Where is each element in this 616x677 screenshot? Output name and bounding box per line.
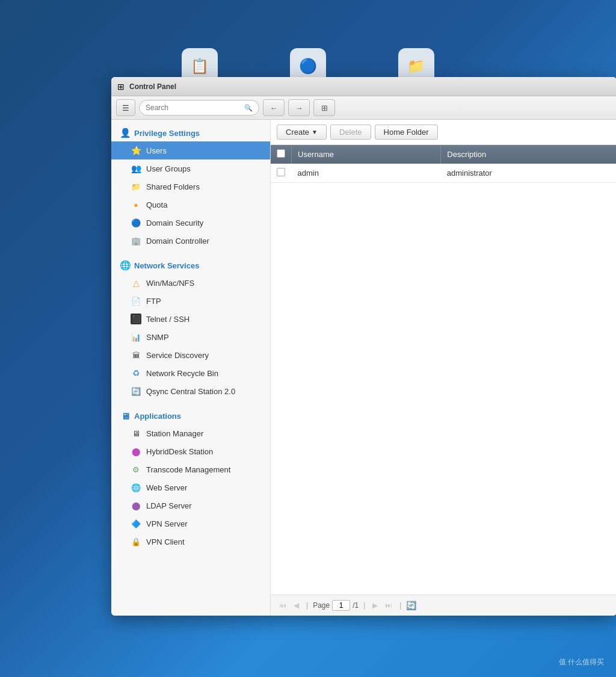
back-button[interactable]: ← <box>263 99 285 116</box>
shared-folders-icon: 📁 <box>131 181 141 192</box>
title-bar: ⊞ Control Panel <box>111 77 616 96</box>
control-panel-window: ⊞ Control Panel ☰ 🔍 ← → ⊞ 👤 Privilege Se… <box>111 77 616 616</box>
home-folder-label: Home Folder <box>384 128 429 137</box>
web-server-label: Web Server <box>146 483 262 492</box>
applications-header[interactable]: 🖥 Applications <box>111 407 270 424</box>
telnet-ssh-label: Telnet / SSH <box>146 315 262 324</box>
home-folder-button[interactable]: Home Folder <box>375 125 438 140</box>
next-page-button[interactable]: ▶ <box>370 600 380 611</box>
description-column-header: Description <box>441 145 616 164</box>
username-cell: admin <box>292 164 441 183</box>
first-page-button[interactable]: ⏮ <box>277 600 289 611</box>
sidebar-item-user-groups[interactable]: 👥 User Groups <box>111 159 270 178</box>
sidebar-item-snmp[interactable]: 📊 SNMP <box>111 328 270 346</box>
sidebar-item-quota[interactable]: ● Quota <box>111 196 270 214</box>
user-groups-icon: 👥 <box>131 163 141 174</box>
domain-controller-icon: 🏢 <box>131 235 141 246</box>
domain-security-label: Domain Security <box>146 218 262 227</box>
sidebar-item-users[interactable]: ⭐ Users <box>111 141 270 159</box>
station-manager-label: Station Manager <box>146 429 262 438</box>
ldap-server-label: LDAP Server <box>146 501 262 510</box>
network-recycle-bin-icon: ♻ <box>131 368 141 379</box>
search-icon: 🔍 <box>244 104 253 112</box>
sidebar-item-ftp[interactable]: 📄 FTP <box>111 292 270 310</box>
window-title: Control Panel <box>129 82 176 91</box>
sidebar-item-domain-security[interactable]: 🔵 Domain Security <box>111 214 270 232</box>
sidebar: 👤 Privilege Settings ⭐ Users 👥 User Grou… <box>111 120 271 616</box>
toolbar: ☰ 🔍 ← → ⊞ <box>111 96 616 120</box>
watermark: 值 什么值得买 <box>559 657 604 667</box>
sidebar-item-win-mac-nfs[interactable]: △ Win/Mac/NFS <box>111 274 270 292</box>
search-input[interactable] <box>146 104 241 112</box>
refresh-button[interactable]: 🔄 <box>406 601 416 610</box>
action-bar: Create ▼ Delete Home Folder <box>271 120 616 145</box>
users-table: Username Description admin administrator <box>271 145 616 183</box>
sidebar-item-shared-folders[interactable]: 📁 Shared Folders <box>111 178 270 196</box>
service-discovery-label: Service Discovery <box>146 351 262 360</box>
qsync-label: Qsync Central Station 2.0 <box>146 387 262 396</box>
sidebar-item-hybriddesk[interactable]: ⬤ HybridDesk Station <box>111 442 270 460</box>
sidebar-item-transcode[interactable]: ⚙ Transcode Management <box>111 460 270 478</box>
web-server-icon: 🌐 <box>131 482 141 493</box>
network-services-label: Network Services <box>134 261 199 270</box>
select-all-checkbox[interactable] <box>277 149 285 158</box>
page-number-input[interactable] <box>332 600 350 611</box>
sidebar-item-qsync[interactable]: 🔄 Qsync Central Station 2.0 <box>111 382 270 400</box>
delete-button[interactable]: Delete <box>330 125 371 140</box>
applications-icon: 🖥 <box>120 410 131 421</box>
win-mac-nfs-icon: △ <box>131 277 141 288</box>
ftp-label: FTP <box>146 297 262 306</box>
station-manager-icon: 🖥 <box>131 428 141 439</box>
hybriddesk-label: HybridDesk Station <box>146 447 262 456</box>
sidebar-item-vpn-client[interactable]: 🔒 VPN Client <box>111 533 270 551</box>
domain-controller-label: Domain Controller <box>146 236 262 246</box>
forward-button[interactable]: → <box>288 99 310 116</box>
prev-page-button[interactable]: ◀ <box>291 600 301 611</box>
page-separator-2: | <box>363 601 365 610</box>
privilege-settings-section: 👤 Privilege Settings ⭐ Users 👥 User Grou… <box>111 120 270 252</box>
last-page-button[interactable]: ⏭ <box>383 600 395 611</box>
ftp-icon: 📄 <box>131 295 141 306</box>
row-checkbox[interactable] <box>277 168 285 176</box>
sidebar-item-network-recycle-bin[interactable]: ♻ Network Recycle Bin <box>111 364 270 382</box>
shared-folders-label: Shared Folders <box>146 182 262 191</box>
sidebar-item-telnet-ssh[interactable]: ⬛ Telnet / SSH <box>111 310 270 328</box>
privilege-settings-label: Privilege Settings <box>134 129 200 138</box>
content-area: 👤 Privilege Settings ⭐ Users 👥 User Grou… <box>111 120 616 616</box>
vpn-client-label: VPN Client <box>146 537 262 546</box>
service-discovery-icon: 🏛 <box>131 350 141 360</box>
description-cell: administrator <box>441 164 616 183</box>
select-all-checkbox-header[interactable] <box>271 145 292 164</box>
quota-icon: ● <box>131 199 141 210</box>
sidebar-item-ldap-server[interactable]: ⬤ LDAP Server <box>111 496 270 515</box>
qsync-icon: 🔄 <box>131 386 141 397</box>
create-dropdown-arrow: ▼ <box>312 129 318 135</box>
applications-section: 🖥 Applications 🖥 Station Manager ⬤ Hybri… <box>111 403 270 553</box>
create-label: Create <box>286 128 309 137</box>
snmp-label: SNMP <box>146 333 262 342</box>
sidebar-item-vpn-server[interactable]: 🔷 VPN Server <box>111 515 270 533</box>
grid-view-button[interactable]: ⊞ <box>313 99 335 116</box>
table-row[interactable]: admin administrator <box>271 164 616 183</box>
search-container: 🔍 <box>139 100 259 116</box>
telnet-ssh-icon: ⬛ <box>131 314 141 324</box>
pagination-bar: ⏮ ◀ | Page /1 | ▶ ⏭ | 🔄 <box>271 595 616 616</box>
transcode-label: Transcode Management <box>146 465 262 474</box>
sidebar-item-service-discovery[interactable]: 🏛 Service Discovery <box>111 346 270 364</box>
sidebar-item-domain-controller[interactable]: 🏢 Domain Controller <box>111 232 270 250</box>
network-services-section: 🌐 Network Services △ Win/Mac/NFS 📄 FTP ⬛… <box>111 252 270 403</box>
sidebar-item-web-server[interactable]: 🌐 Web Server <box>111 478 270 496</box>
snmp-icon: 📊 <box>131 332 141 342</box>
quota-label: Quota <box>146 200 262 209</box>
users-icon: ⭐ <box>131 145 141 156</box>
network-services-header[interactable]: 🌐 Network Services <box>111 257 270 274</box>
sidebar-item-station-manager[interactable]: 🖥 Station Manager <box>111 424 270 442</box>
create-button[interactable]: Create ▼ <box>277 125 327 140</box>
privilege-settings-header[interactable]: 👤 Privilege Settings <box>111 125 270 141</box>
sidebar-toggle-button[interactable]: ☰ <box>116 99 135 116</box>
vpn-client-icon: 🔒 <box>131 536 141 547</box>
win-mac-nfs-label: Win/Mac/NFS <box>146 279 262 288</box>
watermark-text: 值 什么值得买 <box>559 658 604 666</box>
row-checkbox-cell <box>271 164 292 183</box>
network-recycle-bin-label: Network Recycle Bin <box>146 369 262 378</box>
